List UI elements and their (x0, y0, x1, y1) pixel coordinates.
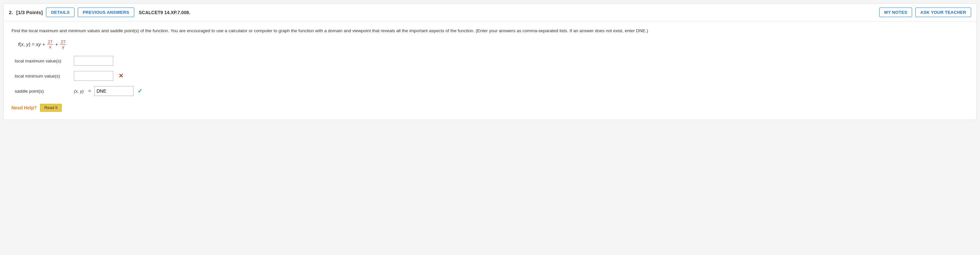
need-help-row: Need Help? Read It (11, 104, 969, 112)
problem-number: 2. (9, 10, 13, 15)
function-xy: xy (36, 41, 41, 47)
local-min-label: local minimum value(s) (15, 74, 70, 79)
instructions-text: Find the local maximum and minimum value… (11, 27, 969, 35)
function-x: x (21, 41, 24, 47)
ask-teacher-button[interactable]: ASK YOUR TEACHER (915, 8, 971, 17)
local-max-row: local maximum value(s) (15, 56, 969, 66)
local-max-label: local maximum value(s) (15, 58, 70, 63)
saddle-row: saddle point(s) (x, y) = ✓ (15, 86, 969, 96)
function-display: f(x, y) = xy + 27 x + 27 y (18, 40, 969, 50)
fraction-denominator-1: x (49, 45, 52, 49)
form-fields: local maximum value(s) local minimum val… (15, 56, 969, 96)
local-min-input[interactable] (74, 71, 113, 81)
read-it-button[interactable]: Read It (40, 104, 62, 112)
local-min-incorrect-icon: ✕ (118, 72, 123, 80)
header-right: MY NOTES ASK YOUR TEACHER (879, 8, 971, 17)
content-area: Find the local maximum and minimum value… (3, 21, 977, 120)
function-y: y (26, 41, 29, 47)
previous-answers-button[interactable]: PREVIOUS ANSWERS (78, 8, 134, 17)
details-button[interactable]: DETAILS (46, 8, 75, 17)
problem-header: 2. [1/3 Points] DETAILS PREVIOUS ANSWERS… (3, 3, 977, 21)
saddle-xy-label: (x, y) (74, 89, 84, 94)
points-label: [1/3 Points] (16, 10, 43, 15)
header-left: 2. [1/3 Points] DETAILS PREVIOUS ANSWERS… (9, 8, 879, 17)
saddle-correct-icon: ✓ (137, 87, 142, 95)
my-notes-button[interactable]: MY NOTES (879, 8, 912, 17)
function-label: f (18, 41, 19, 47)
fraction-27-x: 27 x (47, 40, 53, 50)
fraction-numerator-1: 27 (47, 40, 53, 45)
need-help-label: Need Help? (11, 105, 37, 111)
fraction-denominator-2: y (61, 45, 65, 49)
fraction-27-y: 27 y (60, 40, 66, 50)
saddle-input[interactable] (94, 86, 134, 96)
saddle-equals: = (88, 88, 91, 94)
plus-sign: + (55, 41, 58, 47)
fraction-numerator-2: 27 (60, 40, 66, 45)
saddle-label: saddle point(s) (15, 89, 70, 94)
local-max-input[interactable] (74, 56, 113, 66)
saddle-input-group: (x, y) = ✓ (74, 86, 142, 96)
problem-id: SCALCET9 14.XP.7.008. (139, 10, 190, 15)
local-min-row: local minimum value(s) ✕ (15, 71, 969, 81)
